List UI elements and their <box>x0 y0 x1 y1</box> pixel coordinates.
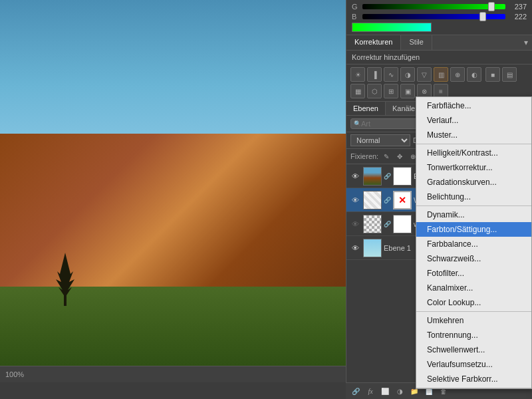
levels-icon[interactable]: ▐ <box>367 67 382 82</box>
layer-thumbnail-3 <box>363 215 382 233</box>
korrekturen-tabs: Korrekturen Stile ▾ <box>346 35 532 51</box>
menu-item-tontrennung[interactable]: Tontrennung... <box>416 328 531 342</box>
dropdown-menu: Farbfläche... Verlauf... Muster... Helli… <box>416 96 532 389</box>
layer-chain-2[interactable]: 🔗 <box>384 197 391 203</box>
layer-mask-2: ✕ <box>393 191 412 209</box>
vibrance-icon[interactable]: ▽ <box>417 67 432 82</box>
color-area: G 237 B 222 <box>346 0 532 35</box>
g-value: 237 <box>508 3 527 11</box>
layer-mask-3 <box>393 215 412 233</box>
lock-pixel-icon[interactable]: ✥ <box>394 151 405 162</box>
layer-chain-1[interactable]: 🔗 <box>384 173 391 180</box>
b-value: 222 <box>508 13 527 21</box>
fx-btn[interactable]: fx <box>364 385 376 397</box>
menu-item-verlaufsumsetzung[interactable]: Verlaufsumsetzu... <box>416 357 531 372</box>
brightness-icon[interactable]: ☀ <box>350 67 365 82</box>
tab-ebenen[interactable]: Ebenen <box>346 102 386 115</box>
g-slider-thumb[interactable] <box>488 2 495 11</box>
korrekturen-menu-btn[interactable]: ▾ <box>520 35 532 50</box>
layer-chain-3[interactable]: 🔗 <box>384 221 391 227</box>
korrektur-header: Korrektur hinzufügen <box>346 51 532 65</box>
menu-group-1: Farbfläche... Verlauf... Muster... <box>416 97 531 144</box>
solidcolor-icon[interactable]: ■ <box>485 67 500 82</box>
menu-item-dynamik[interactable]: Dynamik... <box>416 207 531 222</box>
menu-item-tonwert[interactable]: Tonwertkorrektur... <box>416 160 531 175</box>
menu-item-umkehren[interactable]: Umkehren <box>416 313 531 328</box>
g-label: G <box>352 3 360 11</box>
channelmixer-icon[interactable]: ⊞ <box>384 84 398 98</box>
menu-item-gradation[interactable]: Gradationskurven... <box>416 175 531 190</box>
menu-item-belichtung[interactable]: Belichtung... <box>416 190 531 204</box>
gradient-icon[interactable]: ▤ <box>502 67 517 82</box>
canvas-image <box>0 0 346 382</box>
photofilter-icon[interactable]: ⬡ <box>367 84 382 98</box>
menu-item-verlauf[interactable]: Verlauf... <box>416 113 531 128</box>
menu-item-colorlookup[interactable]: Color Lookup... <box>416 295 531 310</box>
menu-item-schwellenwert[interactable]: Schwellenwert... <box>416 342 531 357</box>
g-slider-track[interactable] <box>362 4 505 9</box>
menu-item-kanalmixer[interactable]: Kanalmixer... <box>416 281 531 295</box>
tab-stile[interactable]: Stile <box>401 35 432 50</box>
pattern-icon[interactable]: ▦ <box>350 84 365 98</box>
bw-icon[interactable]: ◐ <box>467 67 481 82</box>
b-slider-row: B 222 <box>352 13 527 21</box>
exposure-icon[interactable]: ◑ <box>400 67 415 82</box>
menu-group-2: Helligkeit/Kontrast... Tonwertkorrektur.… <box>416 144 531 206</box>
adjustment-btn[interactable]: ◑ <box>394 385 406 397</box>
layer-search-input[interactable] <box>361 120 401 128</box>
zoom-level: 100% <box>5 370 24 378</box>
search-icon: 🔍 <box>354 120 361 127</box>
colorlookup-icon[interactable]: ▣ <box>400 84 415 98</box>
huesaturation-icon[interactable]: ▥ <box>434 67 448 82</box>
add-mask-btn[interactable]: ⬜ <box>379 385 391 397</box>
menu-item-schwarzweiss[interactable]: Schwarzweiß... <box>416 251 531 266</box>
color-swatch-row <box>352 23 527 32</box>
color-swatch[interactable] <box>352 23 432 32</box>
menu-item-muster[interactable]: Muster... <box>416 128 531 142</box>
menu-item-farbflache[interactable]: Farbfläche... <box>416 98 531 113</box>
layer-visibility-eye-3[interactable]: 👁 <box>349 218 361 230</box>
b-slider-thumb[interactable] <box>479 12 486 21</box>
menu-item-selektivefarbkorr[interactable]: Selektive Farbkorr... <box>416 372 531 386</box>
menu-item-helligkeit[interactable]: Helligkeit/Kontrast... <box>416 146 531 160</box>
tab-korrekturen[interactable]: Korrekturen <box>346 35 401 50</box>
layer-thumbnail-1 <box>363 167 382 186</box>
menu-group-4: Umkehren Tontrennung... Schwellenwert...… <box>416 312 531 388</box>
canvas-area: 100% <box>0 0 346 382</box>
curves-icon[interactable]: ∿ <box>384 67 398 82</box>
menu-item-farbbalance[interactable]: Farbbalance... <box>416 237 531 251</box>
layer-visibility-eye-2[interactable]: 👁 <box>349 194 361 206</box>
menu-group-3: Dynamik... Farbton/Sättigung... Farbbala… <box>416 206 531 312</box>
canvas-bottom-bar: 100% <box>0 366 346 382</box>
layer-visibility-eye-4[interactable]: 👁 <box>349 242 361 254</box>
fixieren-label: Fixieren: <box>350 152 378 160</box>
layer-thumbnail-2 <box>363 191 382 209</box>
link-layers-btn[interactable]: 🔗 <box>350 385 362 397</box>
g-slider-row: G 237 <box>352 3 527 11</box>
b-slider-track[interactable] <box>362 14 505 19</box>
colorbalance-icon[interactable]: ⊕ <box>450 67 465 82</box>
lock-position-icon[interactable]: ✎ <box>381 151 392 162</box>
layer-mask-1 <box>393 167 412 186</box>
layer-thumbnail-4 <box>363 239 382 257</box>
menu-item-farbton[interactable]: Farbton/Sättigung... <box>416 222 531 237</box>
menu-item-fotofilter[interactable]: Fotofilter... <box>416 266 531 281</box>
b-label: B <box>352 13 360 21</box>
rock-layer <box>0 134 346 306</box>
blend-mode-select[interactable]: Normal <box>350 134 410 146</box>
layer-visibility-eye-1[interactable]: 👁 <box>349 170 361 182</box>
